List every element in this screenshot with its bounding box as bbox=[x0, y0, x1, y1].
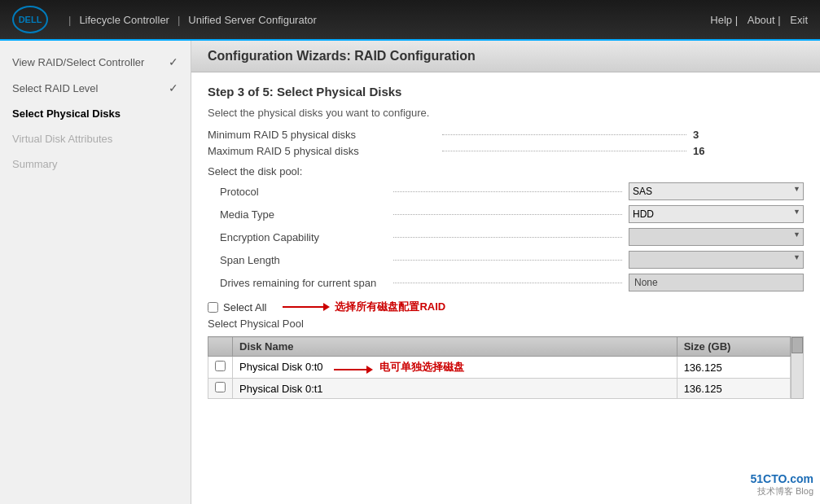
span-length-select-wrapper[interactable] bbox=[629, 251, 804, 269]
select-all-checkbox[interactable] bbox=[208, 302, 218, 313]
max-disks-value: 16 bbox=[693, 145, 742, 157]
step-title: Step 3 of 5: Select Physical Disks bbox=[208, 85, 804, 99]
drives-remaining-value: None bbox=[629, 274, 804, 291]
media-type-select-wrapper[interactable]: HDD bbox=[629, 205, 804, 223]
protocol-dots bbox=[393, 191, 622, 192]
span-length-label: Span Length bbox=[208, 254, 387, 266]
max-disks-row: Maximum RAID 5 physical disks 16 bbox=[208, 145, 804, 157]
main-layout: View RAID/Select Controller ✓ Select RAI… bbox=[0, 41, 820, 504]
disk-annotation-text: 电可单独选择磁盘 bbox=[379, 361, 464, 373]
media-type-dots bbox=[393, 214, 622, 215]
content-area: Configuration Wizards: RAID Configuratio… bbox=[191, 41, 820, 504]
checkmark-select-raid: ✓ bbox=[169, 81, 178, 94]
span-length-dots bbox=[393, 260, 622, 261]
watermark: 51CTO.com 技术博客 Blog bbox=[750, 472, 813, 497]
span-length-control bbox=[629, 251, 804, 269]
pool-label: Select Physical Pool bbox=[208, 318, 804, 330]
protocol-row: Protocol SAS bbox=[208, 182, 804, 200]
disk-checkbox-0[interactable] bbox=[208, 357, 233, 379]
drives-remaining-control: None bbox=[629, 274, 804, 291]
encryption-label: Encryption Capability bbox=[208, 231, 387, 243]
disk-size-0: 136.125 bbox=[677, 357, 790, 379]
watermark-blog: 技术博客 Blog bbox=[750, 485, 813, 497]
disk-name-1: Physical Disk 0:t1 bbox=[233, 379, 677, 399]
protocol-label: Protocol bbox=[208, 186, 387, 198]
checkmark-view-raid: ✓ bbox=[169, 55, 178, 68]
page-title: Configuration Wizards: RAID Configuratio… bbox=[208, 49, 804, 64]
min-disks-value: 3 bbox=[693, 129, 742, 141]
disk-name-label-0: Physical Disk 0:t0 bbox=[239, 361, 323, 373]
disk-check-1[interactable] bbox=[215, 382, 226, 392]
arrow-body bbox=[283, 306, 323, 308]
encryption-row: Encryption Capability bbox=[208, 228, 804, 246]
app-name: Lifecycle Controller bbox=[79, 14, 169, 26]
dell-logo: DELL bbox=[12, 6, 48, 33]
encryption-dots bbox=[393, 237, 622, 238]
col-check bbox=[208, 337, 233, 357]
max-disks-label: Maximum RAID 5 physical disks bbox=[208, 145, 436, 157]
sidebar-label-virtual-disk: Virtual Disk Attributes bbox=[12, 133, 112, 145]
disk-pool-section-label: Select the disk pool: bbox=[208, 165, 804, 177]
sidebar-label-physical-disks: Select Physical Disks bbox=[12, 107, 121, 120]
table-row: Physical Disk 0:t1 136.125 bbox=[208, 379, 791, 399]
table-scrollbar[interactable] bbox=[791, 336, 804, 399]
select-all-annotation-text: 选择所有磁盘配置RAID bbox=[335, 300, 445, 314]
annotation-arrow bbox=[283, 303, 330, 311]
header: DELL | Lifecycle Controller | Unified Se… bbox=[0, 0, 820, 41]
arrow-head bbox=[323, 303, 330, 311]
col-disk-name: Disk Name bbox=[233, 337, 677, 357]
sidebar-label-summary: Summary bbox=[12, 158, 58, 170]
max-dots bbox=[442, 151, 686, 151]
sidebar-item-summary: Summary bbox=[0, 151, 191, 177]
disk-annotation-arrow bbox=[334, 366, 373, 374]
min-disks-label: Minimum RAID 5 physical disks bbox=[208, 129, 436, 141]
min-disks-row: Minimum RAID 5 physical disks 3 bbox=[208, 129, 804, 141]
media-type-select[interactable]: HDD bbox=[629, 205, 804, 223]
select-all-label[interactable]: Select All bbox=[223, 301, 266, 313]
sidebar-item-select-physical-disks[interactable]: Select Physical Disks bbox=[0, 101, 191, 126]
min-dots bbox=[442, 134, 686, 135]
sidebar: View RAID/Select Controller ✓ Select RAI… bbox=[0, 41, 191, 504]
col-size: Size (GB) bbox=[677, 337, 790, 357]
select-all-annotation: 选择所有磁盘配置RAID bbox=[283, 300, 445, 314]
watermark-site: 51CTO.com bbox=[750, 472, 813, 485]
span-length-select[interactable] bbox=[629, 251, 804, 269]
disk-table: Disk Name Size (GB) Physical Disk 0:t0 bbox=[208, 336, 791, 399]
scrollbar-thumb[interactable] bbox=[791, 337, 803, 353]
app-sub: Unified Server Configurator bbox=[188, 14, 317, 26]
sidebar-item-virtual-disk-attrs: Virtual Disk Attributes bbox=[0, 126, 191, 151]
media-type-label: Media Type bbox=[208, 208, 387, 221]
content-body: Step 3 of 5: Select Physical Disks Selec… bbox=[191, 72, 820, 411]
step-description: Select the physical disks you want to co… bbox=[208, 107, 804, 119]
sidebar-label-view-raid: View RAID/Select Controller bbox=[12, 56, 144, 68]
disk-table-inner: Disk Name Size (GB) Physical Disk 0:t0 bbox=[208, 336, 791, 399]
disk-check-0[interactable] bbox=[215, 361, 226, 371]
sidebar-label-select-raid: Select RAID Level bbox=[12, 82, 99, 94]
disk-name-0: Physical Disk 0:t0 电可单独选择磁盘 bbox=[233, 357, 677, 379]
media-type-row: Media Type HDD bbox=[208, 205, 804, 223]
drives-remaining-dots bbox=[393, 283, 622, 283]
content-header: Configuration Wizards: RAID Configuratio… bbox=[191, 41, 820, 72]
help-link[interactable]: Help bbox=[710, 14, 732, 26]
header-nav: Help | About | Exit bbox=[704, 14, 808, 26]
exit-link[interactable]: Exit bbox=[790, 14, 808, 26]
protocol-select[interactable]: SAS bbox=[629, 182, 804, 200]
about-link[interactable]: About bbox=[748, 14, 775, 26]
disk-size-1: 136.125 bbox=[677, 379, 790, 399]
disk-checkbox-1[interactable] bbox=[208, 379, 233, 399]
protocol-select-wrapper[interactable]: SAS bbox=[629, 182, 804, 200]
media-type-control: HDD bbox=[629, 205, 804, 223]
encryption-control bbox=[629, 228, 804, 246]
drives-remaining-label: Drives remaining for current span bbox=[208, 277, 387, 289]
sidebar-item-select-raid-level[interactable]: Select RAID Level ✓ bbox=[0, 75, 191, 101]
drives-remaining-row: Drives remaining for current span None bbox=[208, 274, 804, 291]
span-length-row: Span Length bbox=[208, 251, 804, 269]
encryption-select-wrapper[interactable] bbox=[629, 228, 804, 246]
encryption-select[interactable] bbox=[629, 228, 804, 246]
protocol-control: SAS bbox=[629, 182, 804, 200]
disk-table-wrapper: Disk Name Size (GB) Physical Disk 0:t0 bbox=[208, 336, 804, 399]
table-row: Physical Disk 0:t0 电可单独选择磁盘 136.125 bbox=[208, 357, 791, 379]
sidebar-item-view-raid[interactable]: View RAID/Select Controller ✓ bbox=[0, 49, 191, 75]
select-all-row: Select All bbox=[208, 301, 266, 313]
